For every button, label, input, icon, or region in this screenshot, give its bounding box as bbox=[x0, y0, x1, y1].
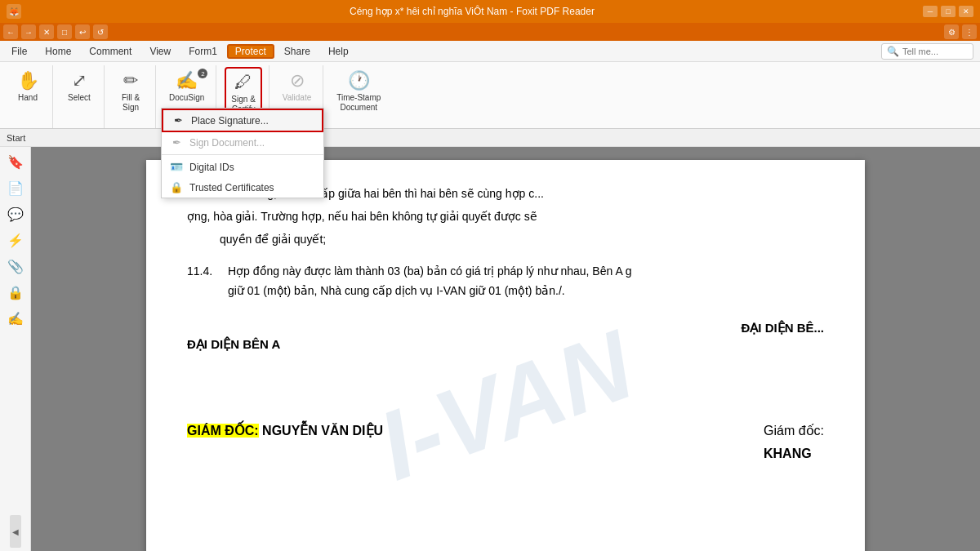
director-row: GIÁM ĐỐC: NGUYỄN VĂN DIỆU Giám đốc: KHAN… bbox=[187, 420, 824, 464]
validate-label: Validate bbox=[283, 93, 311, 103]
minimize-button[interactable]: ─ bbox=[923, 6, 938, 17]
sidebar-bookmark-icon[interactable]: 🔖 bbox=[4, 150, 27, 173]
docusign-label: DocuSign bbox=[169, 93, 204, 103]
menu-home[interactable]: Home bbox=[37, 44, 79, 59]
breadcrumb: Start bbox=[0, 129, 980, 147]
digital-ids-label: Digital IDs bbox=[189, 162, 234, 173]
ribbon-group-fill-sign: ✏ Fill &Sign bbox=[106, 65, 156, 128]
menu-protect[interactable]: Protect bbox=[227, 44, 274, 59]
ribbon-group-hand: ✋ Hand bbox=[3, 65, 53, 128]
dropdown-trusted-certificates[interactable]: 🔒 Trusted Certificates bbox=[162, 177, 323, 198]
sidebar-pages-icon[interactable]: 📄 bbox=[4, 176, 27, 199]
sidebar: 🔖 📄 💬 ⚡ 📎 🔒 ✍ ◀ bbox=[0, 147, 31, 551]
sidebar-security-icon[interactable]: 🔒 bbox=[4, 281, 27, 304]
sign-certify-dropdown: ✒ Place Signature... ✒ Sign Document... … bbox=[161, 108, 324, 198]
dropdown-place-signature[interactable]: ✒ Place Signature... bbox=[162, 109, 323, 132]
dropdown-digital-ids[interactable]: 🪪 Digital IDs bbox=[162, 157, 323, 177]
forward-button[interactable]: → bbox=[21, 24, 36, 39]
breadcrumb-text: Start bbox=[7, 133, 25, 143]
select-button[interactable]: ⤢ Select bbox=[61, 67, 97, 106]
director-right-label: Giám đốc: bbox=[764, 424, 824, 438]
validate-icon: ⊘ bbox=[290, 70, 305, 91]
ribbon-group-select: ⤢ Select bbox=[55, 65, 105, 128]
place-signature-icon: ✒ bbox=[172, 114, 185, 127]
docusign-icon: ✍ bbox=[176, 70, 198, 91]
hand-button[interactable]: ✋ Hand bbox=[10, 67, 46, 106]
signature-row: ĐẠI DIỆN BÊN A ĐẠI DIỆN BÊ... bbox=[187, 318, 824, 371]
home-button[interactable]: □ bbox=[57, 24, 72, 39]
hand-label: Hand bbox=[18, 93, 38, 103]
document-area: I-VAN ...a các bất đồng, tranh chấp giữa… bbox=[31, 147, 980, 551]
director-right-line: Giám đốc: bbox=[764, 420, 824, 442]
sig-right-label: ĐẠI DIỆN BÊ... bbox=[741, 318, 824, 339]
document-content: ...a các bất đồng, tranh chấp giữa hai b… bbox=[187, 184, 824, 464]
menu-view[interactable]: View bbox=[141, 44, 179, 59]
search-icon: 🔍 bbox=[887, 46, 899, 57]
director-left-line: GIÁM ĐỐC: NGUYỄN VĂN DIỆU bbox=[187, 420, 383, 442]
director-left-name: NGUYỄN VĂN DIỆU bbox=[262, 424, 383, 438]
fill-sign-label: Fill &Sign bbox=[122, 93, 140, 113]
back-button[interactable]: ← bbox=[3, 24, 18, 39]
redo-button[interactable]: ↺ bbox=[93, 24, 108, 39]
menu-comment[interactable]: Comment bbox=[81, 44, 140, 59]
doc-line-3: quyền để giải quyết; bbox=[187, 230, 824, 250]
sidebar-comment-icon[interactable]: 💬 bbox=[4, 202, 27, 225]
timestamp-label: Time-StampDocument bbox=[336, 93, 381, 113]
sidebar-collapse-button[interactable]: ◀ bbox=[10, 515, 21, 548]
doc-section-114: 11.4. Hợp đồng này được làm thành 03 (ba… bbox=[187, 262, 824, 301]
ribbon: ✋ Hand ⤢ Select ✏ Fill &Sign ✍ DocuSign … bbox=[0, 62, 980, 129]
sidebar-action-icon[interactable]: ⚡ bbox=[4, 229, 27, 251]
section-text: Hợp đồng này được làm thành 03 (ba) bản … bbox=[228, 262, 632, 301]
menu-form[interactable]: Form1 bbox=[180, 44, 225, 59]
settings-icon[interactable]: ⚙ bbox=[944, 24, 959, 39]
new-tab-button[interactable]: ✕ bbox=[39, 24, 54, 39]
dropdown-sign-document: ✒ Sign Document... bbox=[162, 132, 323, 153]
tabbar: ← → ✕ □ ↩ ↺ ⚙ ⋮ bbox=[0, 23, 980, 41]
ribbon-group-timestamp: 🕐 Time-StampDocument bbox=[325, 65, 392, 128]
timestamp-button[interactable]: 🕐 Time-StampDocument bbox=[332, 67, 385, 116]
director-left-label: GIÁM ĐỐC: bbox=[187, 424, 259, 438]
sidebar-sign-icon[interactable]: ✍ bbox=[4, 307, 27, 330]
sidebar-attachments-icon[interactable]: 📎 bbox=[4, 255, 27, 278]
window-controls: ─ □ ✕ bbox=[923, 6, 973, 17]
hand-icon: ✋ bbox=[17, 70, 39, 91]
dropdown-divider bbox=[162, 154, 323, 155]
place-signature-label: Place Signature... bbox=[191, 115, 269, 127]
maximize-button[interactable]: □ bbox=[941, 6, 956, 17]
sign-document-icon: ✒ bbox=[170, 136, 183, 149]
sig-left-label: ĐẠI DIỆN BÊN A bbox=[187, 334, 280, 355]
document-page: I-VAN ...a các bất đồng, tranh chấp giữa… bbox=[146, 160, 865, 551]
digital-ids-icon: 🪪 bbox=[170, 161, 183, 173]
trusted-certificates-label: Trusted Certificates bbox=[189, 182, 274, 193]
sig-left: ĐẠI DIỆN BÊN A bbox=[187, 318, 280, 371]
validate-button[interactable]: ⊘ Validate bbox=[278, 67, 316, 106]
director-left: GIÁM ĐỐC: NGUYỄN VĂN DIỆU bbox=[187, 420, 383, 464]
menu-share[interactable]: Share bbox=[276, 44, 318, 59]
titlebar: 🦊 Céng hợp x* hêi chỉ nghĩa ViÔt Nam - F… bbox=[0, 0, 980, 23]
menu-file[interactable]: File bbox=[3, 44, 35, 59]
director-right: Giám đốc: KHANG bbox=[764, 420, 824, 464]
timestamp-icon: 🕐 bbox=[348, 70, 370, 91]
director-right-name: KHANG bbox=[764, 442, 824, 464]
section-num: 11.4. bbox=[187, 262, 220, 301]
select-label: Select bbox=[68, 93, 91, 103]
search-input[interactable] bbox=[902, 47, 968, 56]
app-icon: 🦊 bbox=[7, 4, 21, 19]
sig-right: ĐẠI DIỆN BÊ... bbox=[741, 318, 824, 371]
sign-certify-icon: 🖊 bbox=[234, 72, 252, 93]
main-area: 🔖 📄 💬 ⚡ 📎 🔒 ✍ ◀ I-VAN ...a các bất đồng,… bbox=[0, 147, 980, 551]
trusted-certificates-icon: 🔒 bbox=[170, 181, 183, 193]
menubar: File Home Comment View Form1 Protect Sha… bbox=[0, 41, 980, 62]
close-button[interactable]: ✕ bbox=[959, 6, 973, 17]
doc-line-2: ợng, hòa giải. Trường hợp, nếu hai bên k… bbox=[187, 207, 824, 227]
fill-sign-icon: ✏ bbox=[123, 70, 138, 91]
sign-document-label: Sign Document... bbox=[189, 137, 265, 149]
fill-sign-button[interactable]: ✏ Fill &Sign bbox=[113, 67, 149, 116]
select-icon: ⤢ bbox=[72, 70, 87, 91]
window-title: Céng hợp x* hêi chỉ nghĩa ViÔt Nam - Fox… bbox=[21, 6, 923, 17]
menu-help[interactable]: Help bbox=[320, 44, 357, 59]
more-icon[interactable]: ⋮ bbox=[962, 24, 977, 39]
undo-button[interactable]: ↩ bbox=[75, 24, 90, 39]
